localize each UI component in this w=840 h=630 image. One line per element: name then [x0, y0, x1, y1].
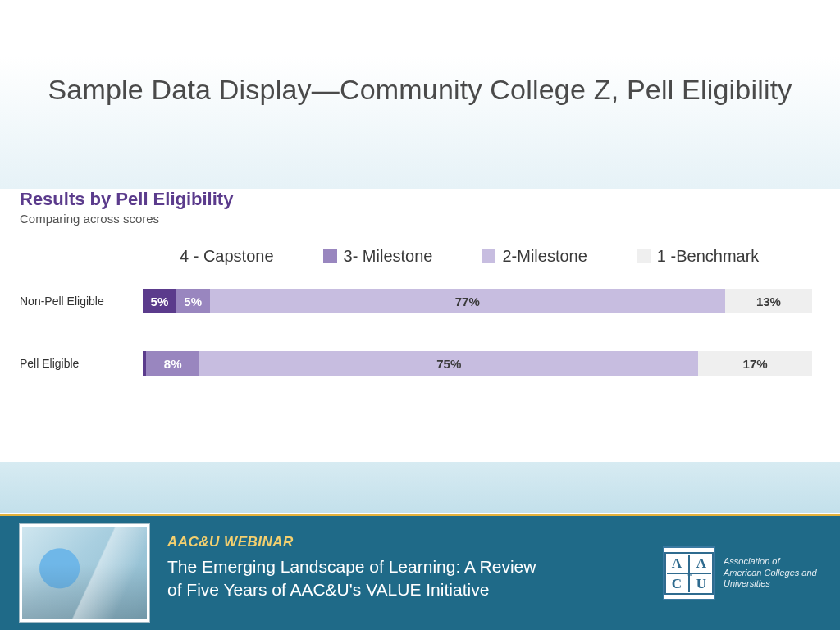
- chart-title: Results by Pell Eligibility: [20, 189, 820, 210]
- seg-value: 8%: [164, 357, 182, 371]
- legend-item-capstone: 4 - Capstone: [159, 247, 274, 266]
- footer-photo: [20, 524, 149, 622]
- seg-capstone: [143, 351, 146, 376]
- seg-value: 17%: [743, 357, 768, 371]
- legend-item-milestone2: 2-Milestone: [482, 247, 587, 266]
- legend-label: 2-Milestone: [502, 247, 587, 266]
- seg-value: 13%: [756, 294, 781, 308]
- seg-milestone2: 77%: [210, 289, 725, 313]
- footer: AAC&U WEBINAR The Emerging Landscape of …: [0, 516, 840, 630]
- bar-track: 5% 5% 77% 13%: [143, 289, 812, 313]
- svg-text:A: A: [696, 555, 707, 571]
- seg-capstone: 5%: [143, 289, 176, 313]
- chart-subtitle: Comparing across scores: [20, 212, 820, 226]
- swatch-milestone2-icon: [482, 249, 495, 263]
- footer-title-line: of Five Years of AAC&U's VALUE Initiativ…: [167, 580, 489, 599]
- aacu-logo-icon: A A C U &: [663, 546, 715, 600]
- legend-label: 3- Milestone: [344, 247, 433, 266]
- footer-logo: A A C U & Association of American Colleg…: [663, 516, 840, 630]
- stacked-bars: Non-Pell Eligible 5% 5% 77% 13% Pell Eli…: [20, 289, 820, 376]
- svg-text:C: C: [672, 576, 682, 591]
- logo-caption: Association of American Colleges and Uni…: [724, 556, 819, 590]
- swatch-milestone3-icon: [323, 249, 337, 263]
- seg-value: 5%: [151, 294, 169, 308]
- legend-item-benchmark: 1 -Benchmark: [637, 247, 760, 266]
- bar-track: 8% 75% 17%: [143, 351, 812, 376]
- chart-area: Results by Pell Eligibility Comparing ac…: [20, 189, 820, 413]
- svg-text:A: A: [672, 555, 682, 571]
- svg-text:U: U: [696, 576, 706, 591]
- slide-title: Sample Data Display—Community College Z,…: [0, 74, 840, 106]
- bar-label: Pell Eligible: [20, 357, 143, 370]
- seg-benchmark: 17%: [698, 351, 812, 376]
- seg-value: 77%: [455, 294, 480, 308]
- seg-value: 5%: [184, 294, 202, 308]
- chart-legend: 4 - Capstone 3- Milestone 2-Milestone 1 …: [20, 247, 820, 266]
- legend-label: 1 -Benchmark: [657, 247, 760, 266]
- swatch-capstone-icon: [159, 249, 173, 263]
- bar-row-pell: Pell Eligible 8% 75% 17%: [20, 351, 812, 376]
- footer-title-line: The Emerging Landscape of Learning: A Re…: [167, 557, 536, 576]
- bar-row-nonpell: Non-Pell Eligible 5% 5% 77% 13%: [20, 289, 812, 313]
- seg-value: 75%: [436, 357, 461, 371]
- seg-milestone2: 75%: [199, 351, 698, 376]
- footer-kicker: AAC&U WEBINAR: [167, 534, 646, 550]
- bar-label: Non-Pell Eligible: [20, 294, 143, 308]
- svg-text:&: &: [687, 571, 692, 578]
- legend-label: 4 - Capstone: [180, 247, 274, 266]
- footer-title: The Emerging Landscape of Learning: A Re…: [167, 555, 627, 602]
- bottom-accent-band: [0, 462, 840, 513]
- seg-milestone3: 5%: [176, 289, 210, 313]
- slide: Sample Data Display—Community College Z,…: [0, 0, 840, 630]
- footer-text: AAC&U WEBINAR The Emerging Landscape of …: [149, 516, 663, 630]
- swatch-benchmark-icon: [637, 249, 651, 263]
- seg-milestone3: 8%: [146, 351, 199, 376]
- legend-item-milestone3: 3- Milestone: [323, 247, 433, 266]
- seg-benchmark: 13%: [725, 289, 812, 313]
